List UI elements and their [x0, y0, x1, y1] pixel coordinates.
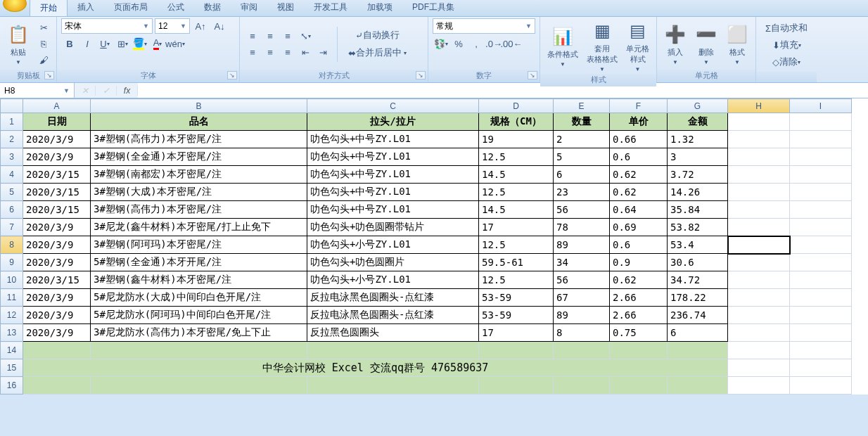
cell-H4[interactable] — [728, 166, 790, 184]
cell-I2[interactable] — [790, 131, 852, 148]
fill-button[interactable]: ⬇ 填充▾ — [760, 37, 812, 53]
wrap-text-button[interactable]: ⤶ 自动换行 — [343, 27, 411, 43]
enter-formula-button[interactable]: ✓ — [96, 86, 117, 96]
cell-G3[interactable]: 3 — [668, 148, 728, 166]
cell-G8[interactable]: 53.4 — [668, 236, 728, 254]
align-center-button[interactable]: ≡ — [262, 44, 279, 60]
cell-C1[interactable]: 拉头/拉片 — [307, 113, 479, 131]
cell-H16[interactable] — [728, 377, 790, 395]
cell-E7[interactable]: 78 — [554, 219, 610, 236]
cell-H6[interactable] — [728, 201, 790, 219]
cell-styles-button[interactable]: ▤单元格 样式▼ — [623, 18, 652, 74]
cell-B12[interactable]: 5#尼龙防水(阿珂玛)中间印白色开尾/注 — [91, 307, 307, 324]
cut-button[interactable]: ✂ — [35, 20, 52, 36]
row-header-16[interactable]: 16 — [1, 377, 23, 395]
cell-H1[interactable] — [728, 113, 790, 131]
cell-I3[interactable] — [790, 148, 852, 166]
row-header-11[interactable]: 11 — [1, 289, 23, 307]
bold-button[interactable]: B — [61, 36, 78, 51]
font-launcher[interactable]: ↘ — [227, 71, 237, 79]
cell-B1[interactable]: 品名 — [91, 113, 307, 131]
cell-C4[interactable]: 叻色勾头+中号ZY.L01 — [307, 166, 479, 184]
cell-I6[interactable] — [790, 201, 852, 219]
office-button[interactable] — [3, 0, 27, 12]
align-right-button[interactable]: ≡ — [279, 44, 296, 60]
cell-A16[interactable] — [23, 377, 91, 395]
row-header-4[interactable]: 4 — [1, 166, 23, 184]
tab-3[interactable]: 公式 — [158, 0, 194, 16]
cell-E3[interactable]: 5 — [554, 148, 610, 166]
format-as-table-button[interactable]: ▦套用 表格格式▼ — [584, 18, 620, 74]
cell-I9[interactable] — [790, 254, 852, 271]
select-all-corner[interactable] — [1, 99, 23, 113]
cell-B5[interactable]: 3#塑钢(大成)本牙密尾/注 — [91, 184, 307, 201]
tab-2[interactable]: 页面布局 — [104, 0, 158, 16]
cell-E10[interactable]: 56 — [554, 271, 610, 289]
cell-A2[interactable]: 2020/3/9 — [23, 131, 91, 148]
cell-F3[interactable]: 0.6 — [610, 148, 668, 166]
cell-F8[interactable]: 0.6 — [610, 236, 668, 254]
cell-B11[interactable]: 5#尼龙防水(大成)中间印白色开尾/注 — [91, 289, 307, 307]
cell-D1[interactable]: 规格（CM） — [479, 113, 554, 131]
cell-I10[interactable] — [790, 271, 852, 289]
cell-F4[interactable]: 0.62 — [610, 166, 668, 184]
cell-D4[interactable]: 14.5 — [479, 166, 554, 184]
orientation-button[interactable]: ⤡▾ — [297, 28, 314, 44]
cell-H9[interactable] — [728, 254, 790, 271]
cell-B6[interactable]: 3#塑钢(高伟力)本牙密尾/注 — [91, 201, 307, 219]
cell-G4[interactable]: 3.72 — [668, 166, 728, 184]
italic-button[interactable]: I — [79, 36, 96, 51]
row-header-5[interactable]: 5 — [1, 184, 23, 201]
format-cells-button[interactable]: ⬜格式▼ — [723, 22, 751, 67]
cell-F1[interactable]: 单价 — [610, 113, 668, 131]
cell-D14[interactable] — [479, 342, 554, 359]
cell-D2[interactable]: 19 — [479, 131, 554, 148]
cell-I11[interactable] — [790, 289, 852, 307]
cell-E6[interactable]: 56 — [554, 201, 610, 219]
grow-font-button[interactable]: A↑ — [192, 18, 209, 34]
row-header-15[interactable]: 15 — [1, 359, 23, 377]
cell-D11[interactable]: 53-59 — [479, 289, 554, 307]
cell-G11[interactable]: 178.22 — [668, 289, 728, 307]
cell-C16[interactable] — [307, 377, 479, 395]
cell-I8[interactable] — [790, 236, 852, 254]
cell-B2[interactable]: 3#塑钢(高伟力)本牙密尾/注 — [91, 131, 307, 148]
cancel-formula-button[interactable]: ✕ — [75, 86, 96, 96]
shrink-font-button[interactable]: A↓ — [211, 18, 228, 34]
cell-A6[interactable]: 2020/3/15 — [23, 201, 91, 219]
cell-H8[interactable] — [728, 236, 790, 254]
row-header-10[interactable]: 10 — [1, 271, 23, 289]
cell-I15[interactable] — [790, 359, 852, 377]
col-header-I[interactable]: I — [790, 99, 852, 113]
align-left-button[interactable]: ≡ — [244, 44, 261, 60]
cell-G5[interactable]: 14.26 — [668, 184, 728, 201]
cell-H15[interactable] — [728, 359, 790, 377]
cell-F12[interactable]: 2.66 — [610, 307, 668, 324]
cell-C8[interactable]: 叻色勾头+小号ZY.L01 — [307, 236, 479, 254]
cell-G7[interactable]: 53.82 — [668, 219, 728, 236]
cell-F5[interactable]: 0.62 — [610, 184, 668, 201]
cell-C10[interactable]: 叻色勾头+小号ZY.L01 — [307, 271, 479, 289]
cell-H14[interactable] — [728, 342, 790, 359]
cell-H12[interactable] — [728, 307, 790, 324]
font-size-combo[interactable]: 12▼ — [155, 18, 190, 34]
align-top-button[interactable]: ≡ — [244, 28, 261, 44]
cell-E1[interactable]: 数量 — [554, 113, 610, 131]
fx-button[interactable]: fx — [117, 86, 138, 96]
formula-input[interactable] — [138, 83, 868, 98]
merge-center-button[interactable]: ⬌ 合并后居中▾ — [343, 45, 411, 60]
copy-button[interactable]: ⎘ — [35, 37, 52, 52]
cell-H10[interactable] — [728, 271, 790, 289]
cell-H3[interactable] — [728, 148, 790, 166]
cell-H2[interactable] — [728, 131, 790, 148]
cell-A13[interactable]: 2020/3/9 — [23, 324, 91, 342]
cell-C12[interactable]: 反拉电泳黑色圆圈头-点红漆 — [307, 307, 479, 324]
cell-B16[interactable] — [91, 377, 307, 395]
cell-F11[interactable]: 2.66 — [610, 289, 668, 307]
cell-G12[interactable]: 236.74 — [668, 307, 728, 324]
insert-cells-button[interactable]: ➕插入▼ — [661, 22, 689, 67]
cell-E5[interactable]: 23 — [554, 184, 610, 201]
cell-F9[interactable]: 0.9 — [610, 254, 668, 271]
cell-A3[interactable]: 2020/3/9 — [23, 148, 91, 166]
cell-A9[interactable]: 2020/3/9 — [23, 254, 91, 271]
